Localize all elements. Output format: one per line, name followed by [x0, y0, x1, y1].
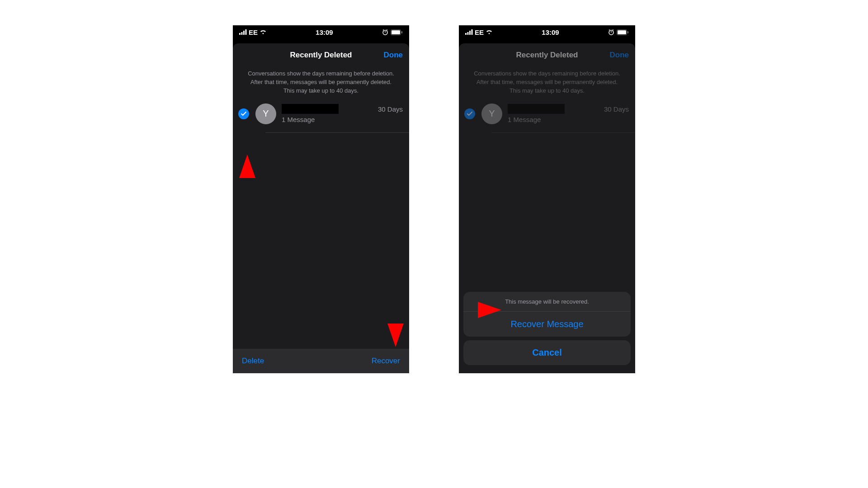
message-count-label: 1 Message	[508, 116, 630, 123]
avatar: Y	[255, 103, 276, 124]
svg-rect-21	[627, 31, 628, 33]
phone-screenshot-right: EE 13:09 Recently Deleted Done	[459, 25, 635, 373]
done-button[interactable]: Done	[610, 51, 629, 60]
action-sheet: This message will be recovered. Recover …	[459, 288, 635, 373]
days-remaining-label: 30 Days	[378, 105, 403, 113]
svg-rect-9	[392, 30, 400, 34]
info-subtitle: Conversations show the days remaining be…	[233, 67, 409, 103]
alarm-icon	[608, 29, 614, 35]
info-subtitle: Conversations show the days remaining be…	[459, 67, 635, 103]
carrier-label: EE	[249, 28, 258, 36]
svg-rect-12	[467, 32, 469, 35]
wifi-icon	[486, 29, 493, 35]
avatar: Y	[481, 103, 502, 124]
contact-name-redacted	[282, 104, 339, 114]
status-bar: EE 13:09	[233, 25, 409, 39]
phone-screenshot-left: EE 13:09 Recently Deleted Done	[233, 25, 409, 373]
signal-icon	[465, 29, 473, 35]
checkmark-selected-icon[interactable]	[238, 108, 249, 119]
delete-button[interactable]: Delete	[242, 357, 264, 366]
battery-icon	[617, 29, 629, 35]
svg-line-18	[613, 30, 613, 31]
svg-rect-14	[472, 29, 473, 35]
status-time: 13:09	[316, 28, 333, 36]
svg-line-17	[609, 30, 610, 31]
svg-rect-10	[401, 31, 402, 33]
checkmark-selected-icon[interactable]	[464, 108, 475, 119]
svg-rect-1	[241, 32, 243, 35]
svg-rect-3	[245, 29, 247, 35]
page-title: Recently Deleted	[290, 51, 352, 60]
recently-deleted-sheet: Recently Deleted Done Conversations show…	[233, 43, 409, 373]
svg-rect-13	[469, 31, 471, 35]
status-bar: EE 13:09	[459, 25, 635, 39]
alarm-icon	[382, 29, 388, 35]
page-title: Recently Deleted	[516, 51, 578, 60]
svg-line-7	[387, 30, 387, 31]
contact-name-redacted	[508, 104, 565, 114]
done-button[interactable]: Done	[384, 51, 403, 60]
divider	[265, 132, 409, 133]
signal-icon	[239, 29, 247, 35]
status-time: 13:09	[542, 28, 559, 36]
annotation-arrow-recover-message	[478, 302, 501, 318]
days-remaining-label: 30 Days	[604, 105, 629, 113]
conversation-row[interactable]: Y 1 Message 30 Days	[459, 103, 635, 130]
svg-rect-0	[239, 33, 241, 35]
wifi-icon	[259, 29, 267, 35]
annotation-arrow-recover	[387, 324, 404, 347]
recently-deleted-sheet: Recently Deleted Done Conversations show…	[459, 43, 635, 373]
bottom-toolbar: Delete Recover	[233, 349, 409, 373]
cancel-button[interactable]: Cancel	[463, 340, 631, 365]
svg-rect-2	[243, 31, 245, 35]
battery-icon	[391, 29, 403, 35]
svg-rect-11	[465, 33, 467, 35]
svg-line-6	[383, 30, 384, 31]
recover-button[interactable]: Recover	[372, 357, 400, 366]
conversation-row[interactable]: Y 1 Message 30 Days	[233, 103, 409, 130]
message-count-label: 1 Message	[282, 116, 404, 123]
divider	[491, 132, 635, 133]
annotation-arrow-checkbox	[239, 155, 255, 178]
svg-rect-20	[618, 30, 626, 34]
carrier-label: EE	[475, 28, 484, 36]
